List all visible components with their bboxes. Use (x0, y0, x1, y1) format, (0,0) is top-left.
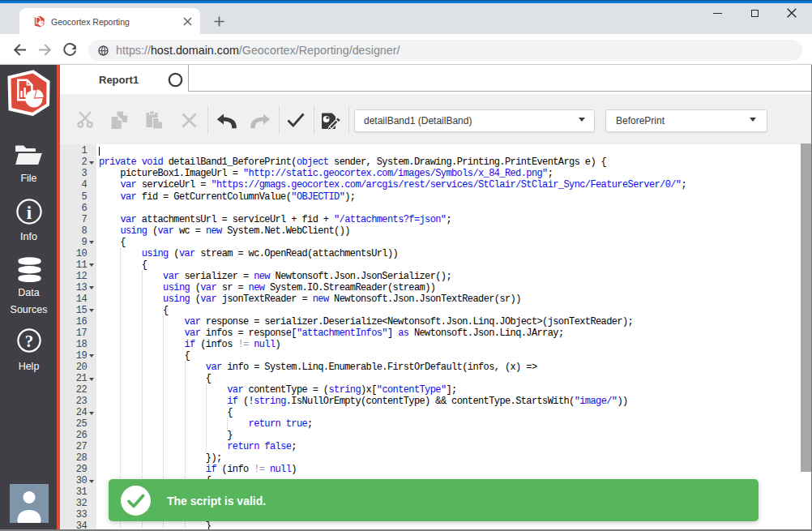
svg-text:i: i (26, 203, 32, 223)
svg-text:?: ? (24, 332, 33, 351)
